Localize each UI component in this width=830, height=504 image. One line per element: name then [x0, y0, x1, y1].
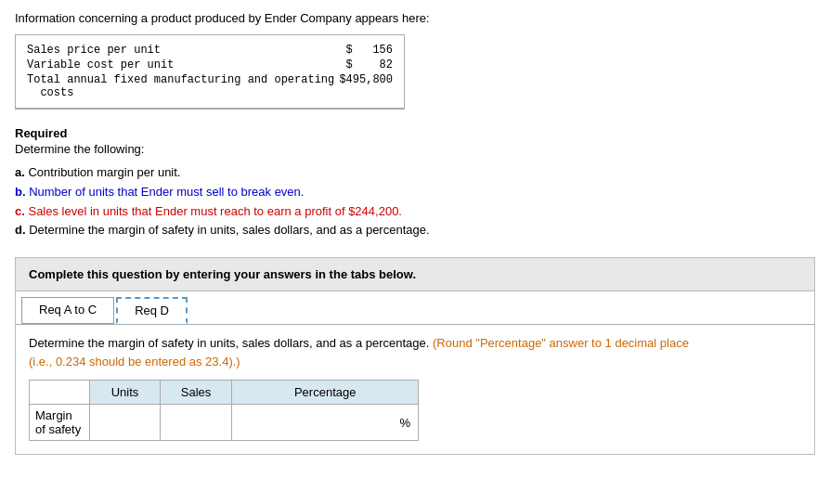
pct-symbol: %: [399, 416, 410, 430]
sales-input[interactable]: [168, 412, 225, 433]
table-row: Variable cost per unit $ 82: [25, 58, 395, 72]
label-fixed-costs: Total annual fixed manufacturing and ope…: [25, 72, 337, 100]
answer-table: Units Sales Percentage Margin of safety: [29, 380, 419, 441]
requirements-list: a. Contribution margin per unit. b. Numb…: [15, 163, 815, 240]
table-header-row: Units Sales Percentage: [30, 381, 419, 405]
col-header-sales: Sales: [160, 381, 232, 405]
tab-req-d[interactable]: Req D: [116, 297, 188, 324]
req-part-a: a. Contribution margin per unit.: [15, 163, 815, 183]
col-header-units: Units: [90, 381, 160, 405]
req-d-instruction: Determine the margin of safety in units,…: [29, 334, 801, 370]
required-section: Required Determine the following: a. Con…: [15, 126, 815, 240]
col-header-empty: [30, 381, 90, 405]
sales-input-cell[interactable]: [160, 405, 232, 441]
label-variable-cost: Variable cost per unit: [25, 58, 337, 72]
pct-input[interactable]: [240, 412, 396, 433]
req-part-b: b. Number of units that Ender must sell …: [15, 183, 815, 202]
value-fixed-costs: $495,800: [337, 72, 395, 100]
req-part-d: d. Determine the margin of safety in uni…: [15, 221, 815, 240]
pct-input-cell[interactable]: %: [232, 405, 419, 441]
determine-text: Determine the following:: [15, 142, 815, 156]
tabs-container: Req A to C Req D Determine the margin of…: [15, 291, 815, 455]
tab-content-req-d: Determine the margin of safety in units,…: [16, 325, 814, 454]
col-header-percentage: Percentage: [232, 381, 419, 405]
tabs-row: Req A to C Req D: [16, 291, 814, 325]
table-row-margin-safety: Margin of safety %: [30, 405, 419, 441]
row-label-margin-safety: Margin of safety: [30, 405, 90, 441]
req-d-note: (Round "Percentage" answer to 1 decimal …: [29, 336, 689, 368]
units-input-cell[interactable]: [90, 405, 160, 441]
table-row: Sales price per unit $ 156: [25, 43, 395, 58]
tab-req-a-to-c[interactable]: Req A to C: [21, 297, 114, 324]
value-variable-cost: $ 82: [337, 58, 395, 72]
info-table: Sales price per unit $ 156 Variable cost…: [15, 34, 405, 110]
value-sales-price: $ 156: [337, 43, 395, 58]
intro-text: Information concerning a product produce…: [15, 11, 815, 25]
complete-box: Complete this question by entering your …: [15, 257, 815, 291]
required-title: Required: [15, 126, 815, 140]
label-sales-price: Sales price per unit: [25, 43, 337, 58]
table-row: Total annual fixed manufacturing and ope…: [25, 72, 395, 100]
req-part-c: c. Sales level in units that Ender must …: [15, 202, 815, 222]
units-input[interactable]: [97, 412, 151, 433]
